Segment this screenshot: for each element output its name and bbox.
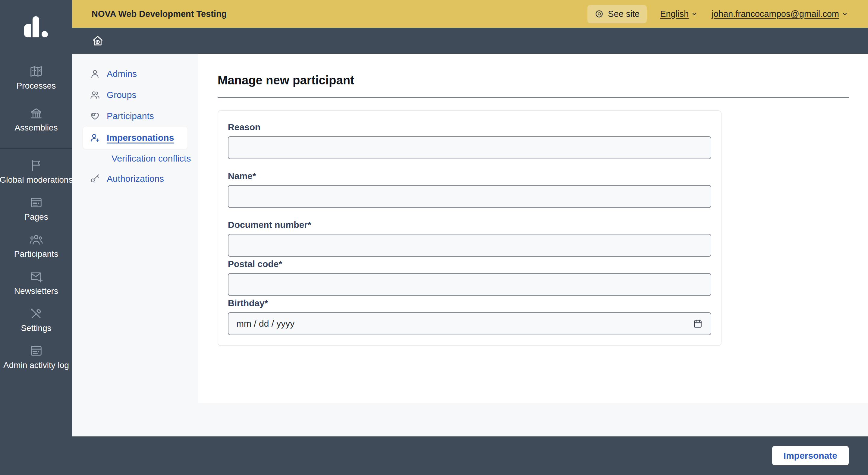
menu-item-label: Authorizations xyxy=(107,173,164,184)
sidebar-item-settings[interactable]: Settings xyxy=(0,302,72,339)
chevron-down-icon xyxy=(841,10,849,18)
form-field-document-number: Document number* xyxy=(228,219,711,257)
decidim-logo-mark xyxy=(24,16,48,37)
treasure-map-icon xyxy=(29,64,43,78)
menu-item-groups[interactable]: Groups xyxy=(72,85,198,105)
sidebar-item-assemblies[interactable]: Assemblies xyxy=(0,99,72,140)
sidebar-item-label: Pages xyxy=(24,212,48,222)
heart-icon xyxy=(90,111,100,121)
sidebar-divider xyxy=(0,148,72,149)
form-field-birthday: Birthday* mm / dd / yyyy xyxy=(228,298,711,335)
article-icon xyxy=(29,344,43,358)
user-email: johan.francocampos@gmail.com xyxy=(712,9,839,19)
sidebar-item-admin-activity-log[interactable]: Admin activity log xyxy=(0,339,72,376)
birthday-input[interactable]: mm / dd / yyyy xyxy=(228,312,711,335)
menu-item-participants[interactable]: Participants xyxy=(72,105,198,127)
main-content: Manage new participant Reason Name* Docu… xyxy=(198,54,868,403)
title-divider xyxy=(218,97,849,98)
field-label: Name* xyxy=(228,170,711,182)
sidebar-item-newsletters[interactable]: Newsletters xyxy=(0,264,72,302)
see-site-label: See site xyxy=(608,9,640,19)
article-icon xyxy=(29,196,43,210)
sidebar-item-label: Global moderations xyxy=(0,175,73,185)
menu-item-admins[interactable]: Admins xyxy=(72,63,198,85)
decidim-logo[interactable] xyxy=(0,0,72,54)
sidebar-item-participants[interactable]: Participants xyxy=(0,227,72,264)
home-gear-icon xyxy=(91,34,104,47)
field-label: Birthday* xyxy=(228,298,711,309)
bank-icon xyxy=(29,106,43,120)
sub-header xyxy=(72,28,868,54)
admin-sidebar: Processes Assemblies Global moder xyxy=(0,0,72,475)
menu-item-label: Groups xyxy=(107,90,136,100)
see-site-button[interactable]: See site xyxy=(587,5,647,23)
sidebar-item-label: Settings xyxy=(21,323,51,333)
sidebar-item-label: Newsletters xyxy=(14,286,58,296)
home-button[interactable] xyxy=(90,33,105,48)
calendar-icon[interactable] xyxy=(692,319,703,329)
postal-code-input[interactable] xyxy=(228,273,711,296)
tools-icon xyxy=(29,307,43,321)
sidebar-item-pages[interactable]: Pages xyxy=(0,190,72,227)
page-title: Manage new participant xyxy=(218,73,849,87)
sidebar-item-label: Assemblies xyxy=(14,123,58,133)
action-footer: Impersonate xyxy=(0,436,868,475)
language-dropdown[interactable]: English xyxy=(660,9,698,19)
participants-menu: Admins Groups Participants xyxy=(72,54,198,436)
chevron-down-icon xyxy=(690,10,698,18)
user-menu-dropdown[interactable]: johan.francocampos@gmail.com xyxy=(712,9,849,19)
sidebar-item-label: Participants xyxy=(14,249,58,259)
menu-item-impersonations[interactable]: Impersonations xyxy=(83,127,187,149)
double-circle-icon xyxy=(595,9,604,19)
user-icon xyxy=(90,69,100,79)
flag-icon xyxy=(29,159,43,172)
group-icon xyxy=(90,90,100,100)
team-icon xyxy=(29,233,43,247)
top-bar: NOVA Web Development Testing See site En… xyxy=(72,0,868,28)
form-field-reason: Reason xyxy=(228,122,711,159)
menu-item-label: Verification conflicts xyxy=(112,153,191,164)
impersonate-button[interactable]: Impersonate xyxy=(772,446,849,465)
impersonation-form-card: Reason Name* Document number* Postal cod… xyxy=(218,110,721,346)
sidebar-item-processes[interactable]: Processes xyxy=(0,57,72,99)
field-label: Document number* xyxy=(228,219,711,230)
menu-item-verification-conflicts[interactable]: Verification conflicts xyxy=(72,149,198,168)
user-add-icon xyxy=(90,133,100,143)
form-field-name: Name* xyxy=(228,170,711,208)
document-number-input[interactable] xyxy=(228,234,711,257)
mail-add-icon xyxy=(29,270,43,284)
menu-item-label: Participants xyxy=(107,111,154,121)
organization-title: NOVA Web Development Testing xyxy=(92,9,227,19)
sidebar-item-label: Admin activity log xyxy=(3,360,69,370)
top-bar-actions: See site English johan.francocampos@gmai… xyxy=(587,5,849,23)
menu-item-authorizations[interactable]: Authorizations xyxy=(72,168,198,189)
key-icon xyxy=(90,173,100,184)
menu-item-label: Admins xyxy=(107,69,137,79)
sidebar-item-global-moderations[interactable]: Global moderations xyxy=(0,153,72,190)
form-field-postal-code: Postal code* xyxy=(228,259,711,296)
reason-input[interactable] xyxy=(228,136,711,159)
field-label: Reason xyxy=(228,122,711,133)
name-input[interactable] xyxy=(228,185,711,208)
menu-item-label: Impersonations xyxy=(107,133,174,143)
field-label: Postal code* xyxy=(228,259,711,270)
sidebar-item-label: Processes xyxy=(17,81,56,91)
date-placeholder: mm / dd / yyyy xyxy=(236,319,294,329)
language-label: English xyxy=(660,9,689,19)
sidebar-nav: Processes Assemblies Global moder xyxy=(0,54,72,376)
